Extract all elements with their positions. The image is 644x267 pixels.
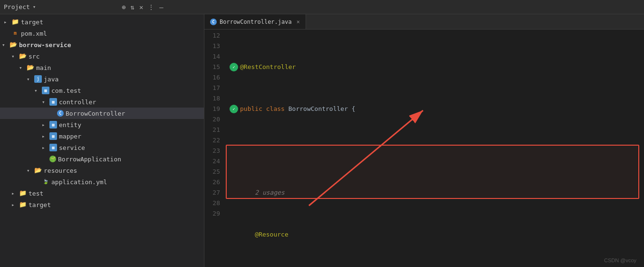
sidebar-item-entity[interactable]: ▦ entity [0, 119, 204, 130]
sidebar-item-application-yml[interactable]: 🍃 application.yml [0, 176, 204, 188]
arrow-icon [42, 99, 49, 105]
folder-icon [19, 201, 27, 208]
sidebar-item-resources[interactable]: resources [0, 165, 204, 176]
item-label: main [36, 64, 51, 71]
main-layout: target m pom.xml borrow-service src main… [0, 14, 644, 267]
arrow-icon [42, 122, 49, 128]
title-bar-left: Project ▾ [4, 3, 89, 10]
sidebar-item-test[interactable]: test [0, 188, 204, 199]
code-content: ✓ @RestController ✓ public class BorrowC… [226, 30, 644, 267]
arrow-icon [27, 76, 34, 82]
xml-icon: m [11, 30, 19, 37]
java-folder-icon: j [34, 75, 42, 83]
sidebar-item-com-test[interactable]: ▦ com.test [0, 85, 204, 96]
item-label: com.test [51, 87, 81, 94]
folder-icon [34, 167, 42, 174]
code-line-16: @Resource [230, 229, 640, 240]
item-label: BorrowApplication [58, 156, 121, 163]
sidebar-item-target-top[interactable]: target [0, 16, 204, 28]
arrow-icon [4, 19, 11, 25]
folder-icon [27, 64, 34, 71]
sidebar-item-controller[interactable]: ▦ controller [0, 96, 204, 108]
code-text: @RestController [240, 62, 296, 72]
item-label: target [21, 19, 43, 26]
sidebar-item-java[interactable]: j java [0, 73, 204, 85]
tab-close-button[interactable]: × [297, 19, 300, 25]
swap-icon[interactable]: ⇅ [130, 3, 134, 11]
minimize-icon[interactable]: — [159, 3, 163, 11]
item-label: entity [59, 121, 81, 129]
line-numbers: 12 13 14 15 16 17 18 19 20 21 22 23 24 2… [204, 30, 226, 267]
tab-file-icon: C [210, 19, 217, 25]
pkg-icon: ▦ [49, 132, 57, 140]
code-area: 12 13 14 15 16 17 18 19 20 21 22 23 24 2… [204, 30, 644, 267]
arrow-icon [11, 53, 19, 59]
controller-file-icon: C [57, 110, 64, 117]
arrow-icon [27, 168, 34, 174]
watermark: CSDN @vcoy [604, 257, 636, 263]
sidebar-item-target-bottom[interactable]: target [0, 199, 204, 210]
title-bar-icons: ⊕ ⇅ ✕ ⋮ — [122, 3, 163, 11]
tab-label: BorrowController.java [220, 19, 292, 25]
arrow-icon [42, 145, 49, 151]
sidebar-item-borrow-service[interactable]: borrow-service [0, 39, 204, 50]
pkg-icon: ▦ [42, 87, 49, 94]
item-label: java [44, 76, 58, 83]
pkg-icon: ▦ [49, 121, 57, 129]
sidebar-item-main[interactable]: main [0, 62, 204, 73]
code-line-12: ✓ @RestController [230, 62, 640, 72]
arrow-icon [42, 133, 49, 139]
title-bar: Project ▾ ⊕ ⇅ ✕ ⋮ — [0, 0, 644, 14]
sidebar-item-borrow-controller[interactable]: C BorrowController [0, 108, 204, 119]
breakpoint-icon-12: ✓ [230, 63, 238, 71]
close-icon[interactable]: ✕ [139, 3, 143, 11]
editor-tab-borrow-controller[interactable]: C BorrowController.java × [204, 14, 306, 29]
item-label: borrow-service [19, 41, 71, 49]
arrow-icon [11, 202, 19, 208]
item-label: mapper [59, 133, 81, 140]
arrow-icon [11, 190, 19, 197]
tab-bar: C BorrowController.java × [204, 14, 644, 30]
sidebar-item-service[interactable]: ▦ service [0, 142, 204, 153]
arrow-icon [34, 88, 42, 94]
arrow-icon [19, 65, 27, 71]
project-title: Project [4, 3, 30, 10]
item-label: BorrowController [66, 110, 125, 117]
sidebar-item-mapper[interactable]: ▦ mapper [0, 130, 204, 142]
pkg-icon: ▦ [49, 98, 57, 106]
item-label: src [29, 53, 39, 60]
sidebar-item-pom-xml[interactable]: m pom.xml [0, 28, 204, 39]
item-label: service [59, 144, 85, 151]
code-line-15: 2 usages [230, 188, 640, 198]
editor: C BorrowController.java × 12 13 14 15 16… [204, 14, 644, 267]
spring-icon: 🌱 [49, 156, 56, 162]
item-label: pom.xml [21, 30, 47, 37]
folder-icon [10, 41, 17, 49]
sidebar-item-borrow-application[interactable]: 🌱 BorrowApplication [0, 153, 204, 165]
add-icon[interactable]: ⊕ [122, 3, 125, 11]
folder-icon [19, 189, 27, 197]
item-label: test [29, 190, 43, 197]
folder-icon [19, 52, 27, 60]
item-label: resources [44, 167, 77, 174]
arrow-icon [2, 42, 10, 48]
breakpoint-icon-13: ✓ [230, 105, 238, 113]
code-line-13: ✓ public class BorrowController { [230, 104, 640, 114]
yml-icon: 🍃 [42, 178, 49, 186]
project-dropdown-icon[interactable]: ▾ [33, 4, 36, 10]
folder-icon [11, 18, 19, 26]
item-label: target [29, 201, 51, 208]
sidebar: target m pom.xml borrow-service src main… [0, 14, 204, 267]
item-label: controller [59, 99, 96, 106]
code-line-14 [230, 146, 640, 156]
more-icon[interactable]: ⋮ [148, 3, 154, 11]
sidebar-item-src[interactable]: src [0, 50, 204, 62]
item-label: application.yml [51, 178, 107, 186]
pkg-icon: ▦ [49, 144, 57, 151]
